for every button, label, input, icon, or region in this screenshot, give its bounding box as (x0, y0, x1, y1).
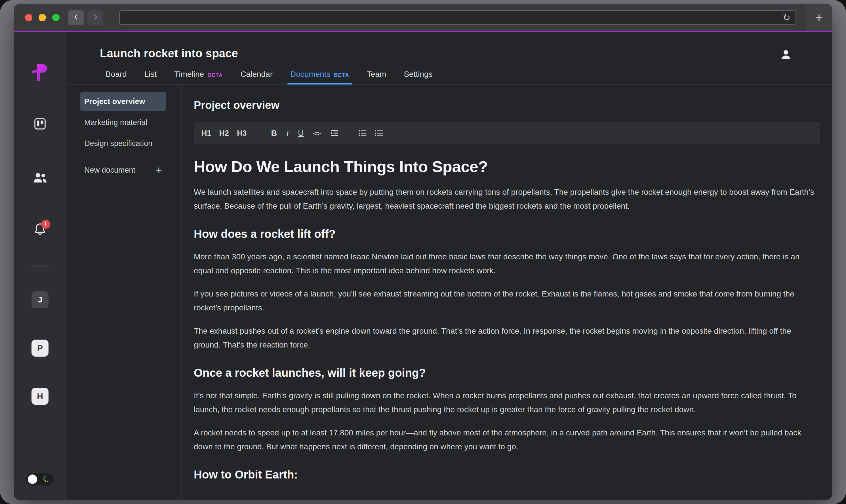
notifications-bell[interactable]: ! (33, 222, 47, 236)
back-button[interactable] (68, 10, 84, 25)
new-tab-button[interactable]: + (806, 4, 832, 31)
left-icon-rail: ! J P H ☾ (14, 32, 66, 500)
toggle-knob-icon (28, 474, 37, 484)
avatar-j[interactable]: J (32, 291, 49, 308)
doc-paragraph: We launch satellites and spacecraft into… (194, 185, 820, 213)
theme-toggle[interactable]: ☾ (27, 473, 54, 485)
code-button[interactable]: <> (313, 129, 321, 138)
bold-button[interactable]: B (271, 129, 277, 138)
tab-team[interactable]: Team (367, 70, 386, 84)
tab-calendar[interactable]: Calendar (240, 70, 273, 84)
h2-button[interactable]: H2 (219, 129, 229, 138)
add-document-icon: + (156, 165, 162, 176)
project-tabs: Board List TimelineBETA Calendar Documen… (105, 70, 433, 84)
close-window-button[interactable] (25, 14, 32, 21)
tab-list[interactable]: List (144, 70, 157, 84)
timeline-beta-badge: BETA (207, 72, 223, 78)
forward-button[interactable] (87, 10, 103, 25)
address-bar[interactable]: ↻ (119, 10, 796, 25)
bullet-list-icon (374, 129, 383, 137)
browser-chrome: ↻ + (14, 4, 832, 31)
boards-icon[interactable] (33, 118, 47, 131)
browser-window: ↻ + (14, 4, 832, 500)
underline-button[interactable]: U (298, 129, 304, 138)
ordered-list-button[interactable] (358, 129, 367, 137)
italic-button[interactable]: I (286, 129, 289, 138)
zoom-window-button[interactable] (52, 14, 59, 21)
rail-divider (31, 266, 49, 267)
reload-icon[interactable]: ↻ (783, 13, 790, 22)
doc-h2: How to Orbit Earth: (194, 468, 820, 481)
minimize-window-button[interactable] (39, 14, 46, 21)
indent-icon (330, 129, 339, 137)
editor-toolbar: H1 H2 H3 B I U <> (194, 122, 820, 144)
documents-beta-badge: BETA (334, 72, 349, 78)
doc-h1: How Do We Launch Things Into Space? (194, 157, 820, 176)
tab-board[interactable]: Board (105, 70, 127, 84)
doc-h2: Once a rocket launches, will it keep goi… (194, 366, 820, 379)
document-content: Project overview H1 H2 H3 B I U (182, 85, 832, 500)
user-profile-icon[interactable] (780, 48, 792, 62)
traffic-lights (25, 14, 59, 21)
doc-paragraph: More than 300 years ago, a scientist nam… (194, 250, 820, 277)
doc-paragraph: It’s not that simple. Earth’s gravity is… (194, 389, 820, 416)
document-title: Project overview (194, 99, 820, 111)
doc-paragraph: A rocket needs to speed up to at least 1… (194, 426, 820, 453)
bullet-list-button[interactable] (374, 129, 383, 137)
project-title: Launch rocket into space (100, 47, 238, 60)
doc-item-design-specification[interactable]: Design specification (80, 134, 166, 153)
users-icon[interactable] (33, 172, 47, 184)
tab-settings[interactable]: Settings (404, 70, 432, 84)
ordered-list-icon (358, 129, 367, 137)
avatar-h[interactable]: H (32, 388, 49, 405)
avatar-p[interactable]: P (32, 340, 49, 357)
app-shell: ! J P H ☾ Launch rocket into space (14, 32, 832, 500)
plus-icon: + (815, 10, 823, 25)
h1-button[interactable]: H1 (202, 129, 211, 138)
h3-button[interactable]: H3 (237, 129, 247, 138)
forward-chevron-icon (92, 13, 99, 22)
browser-nav-buttons (68, 10, 103, 25)
app-logo-icon[interactable] (31, 62, 49, 84)
moon-icon: ☾ (42, 474, 52, 484)
document-editor[interactable]: How Do We Launch Things Into Space? We l… (194, 157, 820, 481)
indent-button[interactable] (330, 129, 339, 137)
back-chevron-icon (72, 13, 80, 22)
desktop-background: ↻ + (0, 0, 846, 504)
doc-h2: How does a rocket lift off? (194, 228, 820, 240)
doc-item-marketing-material[interactable]: Marketing material (80, 113, 166, 132)
documents-sidebar: Project overview Marketing material Desi… (66, 85, 182, 500)
new-document-label: New document (84, 166, 135, 175)
doc-item-project-overview[interactable]: Project overview (80, 92, 166, 111)
new-document-button[interactable]: New document + (80, 162, 166, 179)
tab-documents[interactable]: DocumentsBETA (290, 70, 349, 84)
main-panel: Launch rocket into space Board List Time… (66, 32, 832, 500)
doc-paragraph: The exhaust pushes out of a rocket’s eng… (194, 324, 820, 352)
documents-workspace: Project overview Marketing material Desi… (66, 85, 832, 500)
doc-paragraph: If you see pictures or videos of a launc… (194, 287, 820, 314)
tab-timeline[interactable]: TimelineBETA (174, 70, 223, 84)
notification-badge: ! (41, 220, 50, 229)
